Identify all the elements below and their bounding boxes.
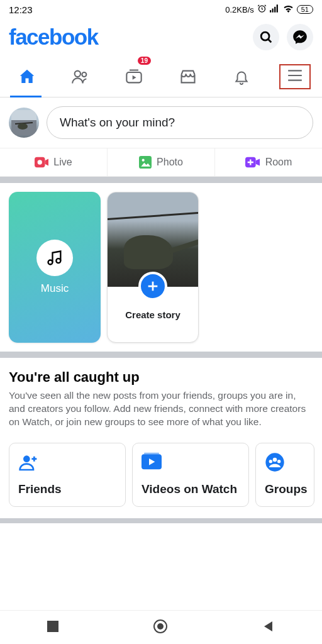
alarm-icon — [257, 4, 267, 15]
svg-point-25 — [277, 460, 280, 463]
section-divider — [0, 177, 322, 183]
svg-point-7 — [82, 72, 86, 77]
room-button[interactable]: Room — [215, 148, 322, 176]
groups-icon — [265, 452, 285, 472]
photo-label: Photo — [157, 157, 183, 168]
plus-icon — [146, 279, 160, 293]
android-nav-bar — [0, 610, 322, 644]
music-icon-circle — [36, 240, 73, 276]
avatar-image — [11, 110, 36, 135]
svg-point-23 — [273, 457, 277, 462]
caught-up-section: You're all caught up You've seen all the… — [0, 358, 322, 435]
music-label: Music — [41, 282, 69, 295]
net-speed: 0.2KB/s — [225, 5, 254, 14]
menu-highlight — [279, 64, 311, 89]
battery-icon: 51 — [297, 5, 313, 14]
facebook-logo: facebook — [9, 25, 98, 50]
header-actions — [253, 24, 313, 50]
svg-point-28 — [157, 623, 164, 630]
svg-point-22 — [265, 453, 284, 471]
status-right: 0.2KB/s 51 — [225, 4, 313, 15]
svg-point-17 — [48, 260, 53, 265]
svg-point-19 — [23, 455, 30, 462]
svg-rect-26 — [47, 621, 58, 632]
tab-notifications[interactable] — [214, 59, 268, 97]
svg-point-5 — [261, 32, 269, 40]
tab-watch[interactable]: 19 — [108, 59, 161, 97]
suggestion-friends-label: Friends — [18, 482, 116, 496]
search-icon — [259, 30, 273, 44]
photo-icon — [139, 156, 152, 169]
wifi-icon — [283, 4, 294, 14]
suggestion-friends[interactable]: Friends — [9, 443, 126, 507]
section-divider-2 — [0, 352, 322, 358]
user-avatar[interactable] — [9, 108, 39, 138]
suggestion-videos[interactable]: Videos on Watch — [132, 443, 249, 507]
caught-up-desc: You've seen all the new posts from your … — [9, 389, 313, 429]
composer-row: What's on your mind? — [0, 97, 322, 148]
svg-rect-4 — [276, 4, 277, 12]
add-friend-icon — [18, 452, 38, 472]
live-label: Live — [53, 157, 72, 168]
messenger-icon — [292, 29, 308, 45]
live-button[interactable]: Live — [0, 148, 108, 176]
bell-icon — [233, 68, 250, 86]
svg-point-13 — [38, 160, 42, 164]
suggestion-groups-label: Groups — [265, 482, 305, 496]
live-icon — [35, 157, 48, 168]
svg-point-11 — [18, 123, 28, 130]
status-bar: 12:23 0.2KB/s 51 — [0, 0, 322, 18]
room-label: Room — [265, 157, 292, 168]
nav-tabs: 19 — [0, 54, 322, 97]
marketplace-icon — [179, 68, 197, 86]
svg-rect-9 — [11, 110, 36, 120]
search-button[interactable] — [253, 24, 279, 50]
caught-up-title: You're all caught up — [9, 369, 313, 386]
suggestion-groups[interactable]: Groups — [255, 443, 314, 507]
composer-input[interactable]: What's on your mind? — [47, 106, 313, 139]
app-header: facebook — [0, 18, 322, 54]
photo-button[interactable]: Photo — [108, 148, 215, 176]
svg-point-6 — [75, 71, 80, 77]
svg-rect-14 — [139, 156, 152, 169]
tab-marketplace[interactable] — [161, 59, 214, 97]
tab-friends[interactable] — [53, 59, 107, 97]
videos-icon — [142, 452, 162, 472]
watch-icon — [125, 68, 143, 86]
watch-badge: 19 — [138, 57, 151, 65]
quick-actions: Live Photo Room — [0, 148, 322, 177]
android-recents[interactable] — [47, 621, 58, 635]
section-divider-3 — [0, 518, 322, 523]
svg-rect-2 — [272, 9, 273, 13]
messenger-button[interactable] — [287, 24, 313, 50]
signal-icon — [270, 4, 280, 14]
svg-point-24 — [269, 460, 272, 463]
svg-rect-21 — [144, 452, 159, 454]
tab-indicator — [10, 96, 42, 97]
suggestion-cards: Friends Videos on Watch Groups — [0, 435, 322, 518]
home-icon — [18, 67, 36, 86]
android-home[interactable] — [153, 619, 168, 636]
stories-row: Music Create story — [0, 183, 322, 352]
friends-icon — [71, 68, 90, 86]
tab-menu[interactable] — [269, 59, 322, 97]
status-time: 12:23 — [9, 4, 33, 15]
music-icon — [46, 249, 64, 267]
svg-point-15 — [142, 159, 145, 162]
suggestion-videos-label: Videos on Watch — [142, 482, 240, 496]
hamburger-icon — [287, 69, 303, 82]
create-story-card[interactable]: Create story — [107, 192, 199, 343]
svg-point-18 — [56, 258, 60, 263]
svg-rect-1 — [270, 10, 271, 13]
svg-rect-3 — [274, 7, 275, 13]
music-story-card[interactable]: Music — [9, 192, 101, 343]
android-back[interactable] — [262, 620, 275, 635]
room-icon — [245, 157, 260, 168]
tab-home[interactable] — [0, 59, 53, 97]
create-story-plus — [138, 272, 167, 301]
